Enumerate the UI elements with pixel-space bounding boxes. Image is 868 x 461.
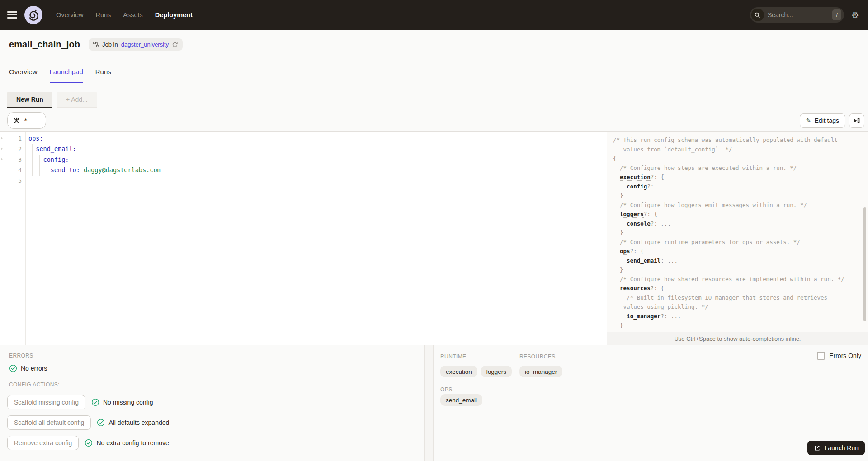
scaffold-all-default-config-button[interactable]: Scaffold all default config	[7, 415, 91, 430]
editor-code[interactable]: ops: send_email: config: send_to: daggy@…	[28, 133, 606, 345]
op-selector-input[interactable]: *	[7, 112, 46, 129]
op-graph-icon	[13, 117, 20, 124]
code-line: }	[613, 321, 862, 330]
primary-nav: Overview Runs Assets Deployment	[56, 11, 193, 19]
config-schema-panel: /* This run config schema was automatica…	[607, 132, 868, 345]
code-line: /* Built-in filesystem IO manager that s…	[613, 293, 862, 303]
search-shortcut-badge: /	[832, 9, 841, 20]
code-line: /* Configure how shared resources are im…	[613, 275, 862, 284]
no-errors-status: No errors	[9, 364, 47, 372]
code-line: config?: ...	[613, 182, 862, 192]
check-circle-icon	[9, 364, 17, 372]
fold-marker[interactable]	[1, 158, 3, 160]
code-line: loggers?: {	[613, 210, 862, 219]
config-editor: 12345 ops: send_email: config: send_to: …	[0, 131, 868, 345]
line-number: 3	[0, 155, 25, 165]
config-tab-new-run[interactable]: New Run	[7, 92, 52, 108]
remove-extra-config-button[interactable]: Remove extra config	[7, 436, 79, 450]
code-line: /* Configure how loggers emit messages w…	[613, 201, 862, 210]
indent-guide	[47, 165, 47, 176]
fold-marker[interactable]	[1, 137, 3, 140]
errors-only-toggle[interactable]: Errors Only	[817, 352, 861, 360]
page-title: email_chain_job	[9, 39, 80, 50]
tag-pill: send_email	[440, 394, 482, 406]
menu-icon[interactable]	[7, 9, 17, 20]
tab-overview[interactable]: Overview	[9, 68, 38, 83]
code-line: values from `default_config`. */	[613, 145, 862, 155]
code-line: resources?: {	[613, 284, 862, 293]
code-line: }	[613, 228, 862, 238]
extra-config-status: No extra config to remove	[85, 439, 169, 447]
op-selector-value: *	[24, 117, 28, 124]
nav-runs[interactable]: Runs	[95, 11, 111, 19]
launch-run-button[interactable]: Launch Run	[807, 441, 865, 455]
check-circle-icon	[97, 419, 105, 427]
job-location-link[interactable]: dagster_university	[121, 41, 169, 48]
indent-guide	[39, 155, 40, 176]
pencil-icon: ✎	[806, 118, 811, 124]
code-line	[28, 175, 606, 186]
tab-launchpad[interactable]: Launchpad	[50, 68, 83, 83]
code-line: }	[613, 265, 862, 275]
defaults-expanded-status: All defaults expanded	[97, 419, 169, 427]
page-tabs: Overview Launchpad Runs	[9, 68, 111, 83]
checkbox-icon[interactable]	[817, 352, 825, 360]
bottom-panel: ERRORS No errors CONFIG ACTIONS: Scaffol…	[0, 345, 868, 461]
search-box[interactable]: /	[750, 7, 844, 23]
line-number: 5	[0, 175, 25, 186]
code-line: send_email: ...	[613, 256, 862, 266]
tag-pill: execution	[440, 366, 477, 377]
scaffold-missing-config-button[interactable]: Scaffold missing config	[7, 395, 85, 409]
ops-section-label: OPS	[440, 386, 453, 393]
code-line: send_email:	[28, 144, 606, 154]
fold-marker[interactable]	[1, 147, 3, 150]
missing-config-status: No missing config	[91, 398, 153, 406]
pane-splitter[interactable]	[424, 345, 434, 461]
tag-pill: loggers	[481, 366, 512, 377]
indent-guide	[32, 144, 33, 176]
code-line: execution?: {	[613, 173, 862, 182]
code-line: {	[613, 154, 862, 164]
line-number: 4	[0, 165, 25, 175]
add-config-tab-button[interactable]: + Add...	[57, 92, 97, 108]
code-line: /* This run config schema was automatica…	[613, 136, 862, 145]
tag-pill: io_manager	[519, 366, 562, 377]
top-nav: Overview Runs Assets Deployment / ⚙	[0, 0, 868, 30]
expand-panel-icon	[853, 117, 860, 124]
dagster-logo[interactable]	[24, 6, 42, 24]
schema-code: /* This run config schema was automatica…	[613, 136, 862, 332]
nav-overview[interactable]: Overview	[56, 11, 83, 19]
resources-tags: io_manager	[519, 366, 562, 377]
runtime-tags: executionloggers	[440, 366, 512, 377]
code-line: /* Configure runtime parameters for ops …	[613, 238, 862, 247]
launch-icon	[814, 445, 821, 452]
expand-panel-button[interactable]	[849, 113, 864, 128]
code-line: config:	[28, 155, 606, 165]
edit-tags-button[interactable]: ✎ Edit tags	[800, 113, 845, 128]
code-line: io_manager?: ...	[613, 312, 862, 321]
code-line: send_to: daggy@dagsterlabs.com	[28, 165, 606, 175]
line-number: 2	[0, 144, 25, 154]
line-number: 1	[0, 133, 25, 144]
code-line: values using pickling. */	[613, 302, 862, 312]
editor-gutter: 12345	[0, 132, 26, 345]
nav-deployment[interactable]: Deployment	[155, 11, 193, 19]
scrollbar-thumb[interactable]	[863, 207, 866, 321]
check-circle-icon	[91, 398, 99, 406]
autocomplete-hint: Use Ctrl+Space to show auto-completions …	[607, 332, 868, 345]
gear-icon[interactable]: ⚙	[851, 11, 859, 19]
config-sections-pane: RUNTIME executionloggers RESOURCES io_ma…	[434, 345, 868, 461]
nav-assets[interactable]: Assets	[123, 11, 143, 19]
code-line: }	[613, 191, 862, 201]
job-badge-prefix: Job in	[102, 41, 118, 48]
config-tab-bar: New Run + Add...	[7, 92, 97, 108]
search-icon	[751, 9, 764, 21]
search-input[interactable]	[764, 11, 832, 19]
ops-tags: send_email	[440, 394, 482, 406]
tab-runs[interactable]: Runs	[95, 68, 111, 83]
reload-icon[interactable]	[172, 42, 178, 48]
config-actions-label: CONFIG ACTIONS:	[9, 381, 60, 388]
runtime-section-label: RUNTIME	[440, 353, 466, 360]
code-line: ops?: {	[613, 247, 862, 256]
job-badge: Job in dagster_university	[89, 38, 183, 51]
